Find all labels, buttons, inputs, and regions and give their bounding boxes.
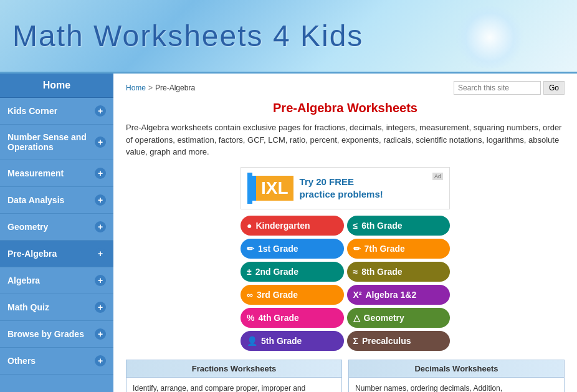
breadcrumb-current: Pre-Algebra: [155, 84, 195, 92]
grade-icon-8th: ≈: [353, 267, 358, 277]
grade-icon-6th: ≤: [353, 221, 358, 231]
sidebar-home[interactable]: Home: [0, 74, 113, 98]
grade-btn-kindergarten[interactable]: ●Kindergarten: [241, 216, 344, 236]
grade-btn-8th[interactable]: ≈8th Grade: [347, 262, 451, 282]
grade-icon-precalculus: Σ: [353, 336, 358, 346]
grade-label-8th: 8th Grade: [361, 267, 402, 277]
worksheet-body-decimals: Number names, ordering decimals, Additio…: [349, 378, 564, 393]
expand-icon-browse-grades: +: [95, 328, 106, 340]
grade-label-6th: 6th Grade: [361, 221, 402, 231]
worksheets-row: Fractions Worksheets Identify, arrange, …: [126, 360, 565, 393]
expand-icon-number-sense: +: [95, 136, 106, 148]
grade-btn-geometry[interactable]: △Geometry: [347, 308, 451, 328]
sidebar-label-geometry: Geometry: [7, 222, 48, 232]
search-area: Go: [454, 81, 565, 95]
worksheet-card-decimals: Decimals Worksheets Number names, orderi…: [348, 360, 565, 393]
grade-label-kindergarten: Kindergarten: [255, 221, 310, 231]
sidebar-item-geometry[interactable]: Geometry +: [0, 214, 113, 241]
expand-icon-pre-algebra: +: [95, 248, 106, 259]
worksheet-title-fractions[interactable]: Fractions Worksheets: [126, 360, 341, 378]
sidebar-item-number-sense[interactable]: Number Sense and Operations +: [0, 125, 113, 160]
sidebar-label-pre-algebra: Pre-Algebra: [7, 249, 57, 259]
search-button[interactable]: Go: [543, 81, 565, 95]
ixl-logo: IXL: [252, 176, 293, 201]
expand-icon-others: +: [95, 355, 106, 366]
site-header: Math Worksheets 4 Kids: [0, 0, 577, 74]
grade-icon-1st: ✏: [247, 244, 254, 254]
sidebar-item-measurement[interactable]: Measurement +: [0, 160, 113, 187]
content-area: Home > Pre-Algebra Go Pre-Algebra Worksh…: [113, 74, 577, 392]
sidebar-item-browse-grades[interactable]: Browse by Grades +: [0, 321, 113, 348]
sidebar: Home Kids Corner + Number Sense and Oper…: [0, 74, 113, 392]
grade-btn-algebra[interactable]: X²Algebra 1&2: [347, 285, 451, 305]
grade-label-2nd: 2nd Grade: [255, 267, 298, 277]
grade-btn-4th[interactable]: %4th Grade: [241, 308, 344, 328]
site-title: Math Worksheets 4 Kids: [12, 19, 363, 53]
grade-icon-4th: %: [247, 313, 254, 323]
expand-icon-algebra: +: [95, 275, 106, 286]
breadcrumb-bar: Home > Pre-Algebra Go: [126, 81, 565, 95]
expand-icon-math-quiz: +: [95, 302, 106, 313]
sidebar-label-browse-grades: Browse by Grades: [7, 329, 84, 339]
page-title: Pre-Algebra Worksheets: [126, 101, 565, 115]
expand-icon-geometry: +: [95, 221, 106, 232]
grade-buttons-grid: ●Kindergarten ≤6th Grade ✏1st Grade ✏7th…: [241, 216, 450, 351]
sidebar-item-kids-corner[interactable]: Kids Corner +: [0, 98, 113, 125]
ad-banner[interactable]: IXL Try 20 FREEpractice problems! Ad: [241, 167, 450, 209]
sidebar-label-measurement: Measurement: [7, 168, 64, 178]
sidebar-item-math-quiz[interactable]: Math Quiz +: [0, 294, 113, 321]
sidebar-label-data-analysis: Data Analysis: [7, 195, 64, 205]
header-glow-decoration: [452, 6, 527, 69]
sidebar-label-number-sense: Number Sense and Operations: [7, 132, 95, 152]
grade-label-3rd: 3rd Grade: [257, 290, 298, 300]
page-description: Pre-Algebra worksheets contain exclusive…: [126, 122, 565, 158]
grade-btn-precalculus[interactable]: ΣPrecalculus: [347, 331, 451, 351]
grade-icon-kindergarten: ●: [247, 221, 252, 231]
grade-icon-7th: ✏: [353, 244, 361, 254]
sidebar-label-others: Others: [7, 356, 36, 366]
ad-corner-label: Ad: [432, 173, 443, 180]
breadcrumb-separator: >: [148, 84, 153, 92]
sidebar-item-pre-algebra[interactable]: Pre-Algebra +: [0, 241, 113, 267]
grade-icon-algebra: X²: [353, 290, 362, 300]
worksheet-body-fractions: Identify, arrange, and compare proper, i…: [126, 378, 341, 393]
grade-icon-2nd: ±: [247, 267, 252, 277]
sidebar-label-kids-corner: Kids Corner: [7, 106, 57, 116]
grade-btn-7th[interactable]: ✏7th Grade: [347, 239, 451, 259]
breadcrumb-nav: Home > Pre-Algebra: [126, 84, 195, 92]
grade-label-precalculus: Precalculus: [362, 336, 411, 346]
sidebar-label-math-quiz: Math Quiz: [7, 302, 49, 312]
grade-btn-6th[interactable]: ≤6th Grade: [347, 216, 451, 236]
grade-icon-5th: 👤: [247, 336, 257, 346]
grade-label-4th: 4th Grade: [258, 313, 298, 323]
grade-btn-3rd[interactable]: ∞3rd Grade: [241, 285, 344, 305]
grade-label-7th: 7th Grade: [365, 244, 405, 254]
grade-label-5th: 5th Grade: [261, 336, 302, 346]
expand-icon-kids-corner: +: [95, 105, 106, 117]
search-input[interactable]: [454, 81, 541, 95]
worksheet-card-fractions: Fractions Worksheets Identify, arrange, …: [126, 360, 342, 393]
ad-text: Try 20 FREEpractice problems!: [300, 176, 383, 200]
worksheet-title-decimals[interactable]: Decimals Worksheets: [349, 360, 564, 378]
grade-label-geometry: Geometry: [364, 313, 404, 323]
expand-icon-measurement: +: [95, 168, 106, 179]
sidebar-item-others[interactable]: Others +: [0, 348, 113, 375]
breadcrumb-home[interactable]: Home: [126, 84, 146, 92]
grade-btn-1st[interactable]: ✏1st Grade: [241, 239, 344, 259]
grade-label-algebra: Algebra 1&2: [366, 290, 417, 300]
grade-icon-geometry: △: [353, 313, 360, 323]
main-container: Home Kids Corner + Number Sense and Oper…: [0, 74, 577, 392]
grade-icon-3rd: ∞: [247, 290, 253, 300]
grade-btn-2nd[interactable]: ±2nd Grade: [241, 262, 344, 282]
grade-btn-5th[interactable]: 👤5th Grade: [241, 331, 344, 351]
expand-icon-data-analysis: +: [95, 194, 106, 206]
sidebar-item-data-analysis[interactable]: Data Analysis +: [0, 187, 113, 214]
grade-label-1st: 1st Grade: [258, 244, 298, 254]
sidebar-label-algebra: Algebra: [7, 275, 40, 285]
sidebar-item-algebra[interactable]: Algebra +: [0, 267, 113, 294]
